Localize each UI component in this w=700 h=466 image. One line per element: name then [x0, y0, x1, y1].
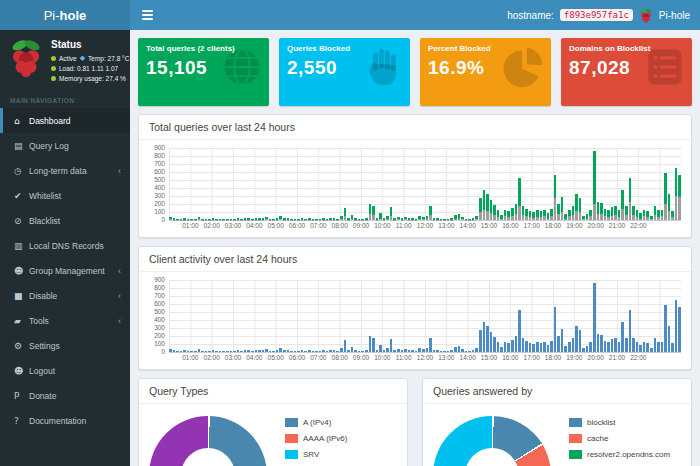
queries-answered-donut[interactable]: [433, 416, 551, 466]
sidebar-item-label: Long-term data: [29, 166, 87, 176]
sidebar-item-long-term-data[interactable]: ◷Long-term data‹: [0, 158, 130, 183]
bar: [614, 206, 617, 220]
y-axis-tick: 400: [154, 317, 165, 324]
y-axis-tick: 600: [154, 169, 165, 176]
bar: [572, 338, 575, 352]
bar: [340, 216, 343, 220]
bar: [322, 350, 325, 352]
bar: [547, 213, 550, 220]
bar: [418, 348, 421, 352]
bar: [639, 345, 642, 352]
sidebar-item-whitelist[interactable]: ✔Whitelist: [0, 183, 130, 208]
bar: [579, 330, 582, 352]
x-axis-tick: 17:00: [524, 223, 540, 230]
x-axis-tick: 03:00: [225, 355, 241, 362]
bar: [194, 351, 197, 352]
bar: [376, 218, 379, 220]
bar: [340, 348, 343, 352]
bar: [308, 350, 311, 352]
sidebar-item-query-log[interactable]: ▤Query Log: [0, 133, 130, 158]
sidebar-item-logout[interactable]: ☻Logout: [0, 358, 130, 383]
query-types-panel: Query Types A (IPv4)AAAA (IPv6)SRVSOAPTR…: [138, 378, 408, 466]
bar: [504, 342, 507, 352]
bar: [287, 350, 290, 352]
bar: [557, 336, 560, 352]
chevron-left-icon: ‹: [118, 266, 121, 276]
bar: [212, 350, 215, 352]
sidebar-item-dashboard[interactable]: ⌂Dashboard: [0, 108, 130, 133]
bar: [294, 351, 297, 352]
bar: [433, 350, 436, 352]
legend-item[interactable]: SRV: [285, 450, 347, 459]
legend-item[interactable]: AAAA (IPv6): [285, 434, 347, 443]
question-icon: ?: [14, 416, 29, 426]
legend-item[interactable]: cache: [569, 434, 670, 443]
bar: [525, 341, 528, 352]
sidebar-item-documentation[interactable]: ?Documentation: [0, 408, 130, 433]
sidebar-item-tools[interactable]: ▰Tools‹: [0, 308, 130, 333]
bar: [433, 218, 436, 220]
stat-card-total-queries[interactable]: Total queries (2 clients) 15,105: [138, 38, 269, 106]
stat-card-percent-blocked[interactable]: Percent Blocked 16.9%: [420, 38, 551, 106]
bar: [618, 342, 621, 352]
legend-item[interactable]: blocklist: [569, 418, 670, 427]
sidebar-item-local-dns-records[interactable]: ▥Local DNS Records: [0, 233, 130, 258]
sidebar-item-settings[interactable]: ⚙Settings: [0, 333, 130, 358]
sidebar-toggle-button[interactable]: [130, 0, 165, 30]
stop-icon: ■: [14, 291, 29, 301]
bar: [247, 218, 250, 220]
y-axis-tick: 400: [154, 185, 165, 192]
bar: [208, 351, 211, 352]
total-queries-panel: Total queries over last 24 hours 9008007…: [138, 114, 692, 238]
bar: [426, 348, 429, 352]
bar: [173, 350, 176, 352]
bar: [458, 346, 461, 352]
legend-label: resolver2.opendns.com: [587, 450, 670, 459]
bar: [351, 347, 354, 352]
bar: [536, 210, 539, 220]
client-activity-chart[interactable]: 900800700600500400300200100001:0002:0003…: [139, 272, 691, 369]
x-axis-tick: 12:00: [417, 355, 433, 362]
legend-swatch: [285, 418, 298, 427]
bar: [308, 218, 311, 220]
legend-swatch: [285, 450, 298, 459]
sidebar-item-disable[interactable]: ■Disable‹: [0, 283, 130, 308]
bar: [661, 342, 664, 352]
legend-label: blocklist: [587, 418, 615, 427]
bar: [276, 350, 279, 352]
bar: [654, 338, 657, 352]
bar: [450, 218, 453, 220]
total-queries-chart[interactable]: 900800700600500400300200100001:0002:0003…: [139, 140, 691, 237]
stat-card-domains-blocklist[interactable]: Domains on Blocklist 87,028: [561, 38, 692, 106]
bar: [639, 213, 642, 220]
user-menu[interactable]: Pi-hole: [659, 10, 690, 21]
brand-logo[interactable]: Pi-hole: [0, 0, 130, 30]
bar: [233, 351, 236, 352]
panel-title: Queries answered by: [423, 379, 691, 404]
x-axis-tick: 04:00: [246, 355, 262, 362]
sidebar-item-blacklist[interactable]: ⊘Blacklist: [0, 208, 130, 233]
sidebar-item-group-management[interactable]: ☻Group Management‹: [0, 258, 130, 283]
x-axis-tick: 06:00: [289, 355, 305, 362]
bar: [511, 340, 514, 352]
legend-item[interactable]: resolver2.opendns.com: [569, 450, 670, 459]
legend-item[interactable]: A (IPv4): [285, 418, 347, 427]
bar: [312, 351, 315, 352]
sidebar-item-label: Disable: [29, 291, 57, 301]
bar: [671, 211, 674, 220]
stat-card-queries-blocked[interactable]: Queries Blocked 2,550: [279, 38, 410, 106]
x-axis-tick: 19:00: [566, 355, 582, 362]
y-axis-tick: 700: [154, 161, 165, 168]
bar: [532, 344, 535, 352]
x-axis-tick: 10:00: [374, 355, 390, 362]
query-types-donut[interactable]: [149, 416, 267, 466]
bar: [354, 218, 357, 220]
sidebar-item-donate[interactable]: PDonate: [0, 383, 130, 408]
bar: [472, 218, 475, 220]
bar: [255, 218, 258, 220]
sidebar-item-label: Logout: [29, 366, 55, 376]
bar: [486, 194, 489, 220]
legend-label: AAAA (IPv6): [303, 434, 347, 443]
bar: [632, 338, 635, 352]
x-axis-tick: 08:00: [332, 223, 348, 230]
